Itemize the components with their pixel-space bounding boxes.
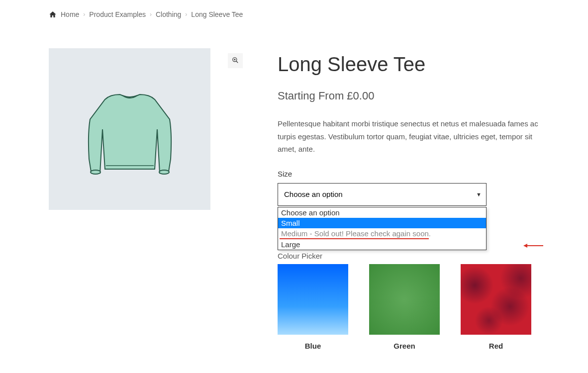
- colour-swatches: Blue Green Red: [278, 264, 539, 350]
- breadcrumb: Home › Product Examples › Clothing › Lon…: [49, 10, 539, 18]
- svg-point-1: [159, 170, 169, 174]
- zoom-in-icon: [232, 57, 239, 65]
- zoom-button[interactable]: [228, 53, 243, 68]
- size-option-small[interactable]: Small: [278, 218, 486, 228]
- swatch-image-red: [461, 264, 531, 335]
- svg-point-0: [91, 170, 100, 174]
- breadcrumb-current: Long Sleeve Tee: [191, 10, 243, 18]
- size-option-placeholder[interactable]: Choose an option: [278, 207, 486, 218]
- colour-swatch-red[interactable]: Red: [461, 264, 531, 350]
- home-icon: [49, 10, 57, 18]
- size-label: Size: [278, 170, 539, 178]
- chevron-right-icon: ›: [150, 11, 152, 18]
- product-gallery: [49, 48, 248, 210]
- size-option-large[interactable]: Large: [278, 239, 486, 250]
- swatch-label: Red: [461, 342, 531, 350]
- product-description: Pellentesque habitant morbi tristique se…: [278, 117, 539, 156]
- product-price: Starting From £0.00: [278, 90, 539, 102]
- svg-line-4: [236, 61, 238, 63]
- size-option-medium[interactable]: Medium - Sold out! Please check again so…: [278, 228, 486, 239]
- product-summary: Long Sleeve Tee Starting From £0.00 Pell…: [278, 48, 539, 350]
- colour-swatch-blue[interactable]: Blue: [278, 264, 348, 350]
- size-select-wrapper: Choose an option ▼ Choose an option Smal…: [278, 183, 487, 206]
- size-dropdown: Choose an option Small Medium - Sold out…: [278, 207, 487, 250]
- svg-marker-8: [523, 244, 527, 248]
- product-image[interactable]: [49, 48, 210, 210]
- swatch-image-green: [369, 264, 440, 335]
- swatch-label: Blue: [278, 342, 348, 350]
- breadcrumb-product-examples[interactable]: Product Examples: [89, 10, 146, 18]
- breadcrumb-home[interactable]: Home: [61, 10, 79, 18]
- chevron-right-icon: ›: [185, 11, 187, 18]
- swatch-image-blue: [278, 264, 348, 335]
- chevron-right-icon: ›: [83, 11, 85, 18]
- colour-picker-section: Colour Picker Blue Green Red: [278, 252, 539, 350]
- colour-swatch-green[interactable]: Green: [369, 264, 440, 350]
- swatch-label: Green: [369, 342, 440, 350]
- product-title: Long Sleeve Tee: [278, 53, 539, 76]
- annotation-arrow: [523, 241, 543, 250]
- colour-picker-label: Colour Picker: [278, 252, 539, 260]
- size-select[interactable]: Choose an option: [278, 183, 487, 206]
- breadcrumb-clothing[interactable]: Clothing: [156, 10, 181, 18]
